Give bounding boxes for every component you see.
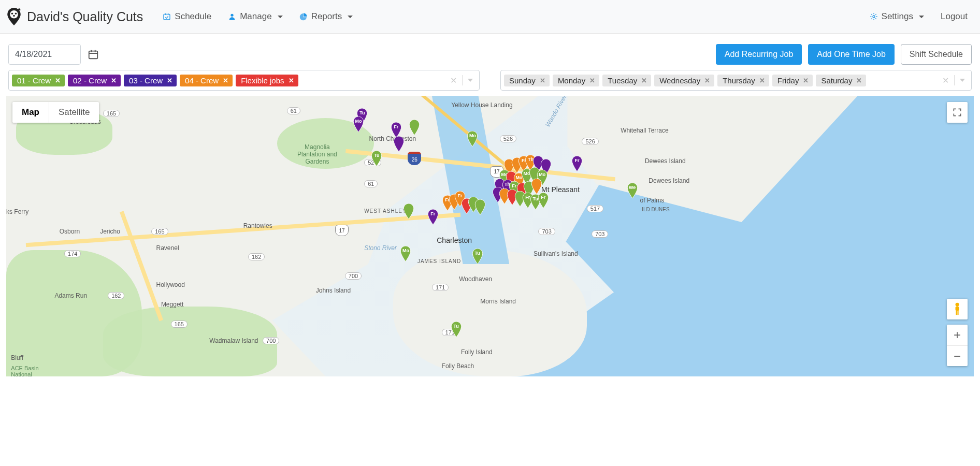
date-input[interactable] bbox=[8, 44, 81, 65]
tag-label: Friday bbox=[777, 76, 799, 85]
nav-reports[interactable]: Reports bbox=[292, 7, 361, 26]
tag-label: Wednesday bbox=[659, 76, 700, 85]
divider bbox=[954, 75, 955, 85]
day-tag[interactable]: Friday✕ bbox=[772, 75, 813, 86]
pie-chart-icon bbox=[299, 12, 308, 21]
day-tag[interactable]: Tuesday✕ bbox=[602, 75, 651, 86]
map-type-satellite-button[interactable]: Satellite bbox=[49, 102, 99, 123]
clear-icon[interactable]: ✕ bbox=[942, 76, 949, 85]
crew-tag[interactable]: 04 - Crew✕ bbox=[180, 75, 233, 86]
map-marker[interactable] bbox=[531, 179, 542, 194]
user-icon bbox=[228, 12, 236, 21]
map-marker[interactable]: Mo bbox=[400, 246, 411, 261]
map-marker[interactable]: Mo bbox=[467, 131, 478, 147]
remove-tag-icon[interactable]: ✕ bbox=[223, 77, 228, 84]
brand[interactable]: David's Quality Cuts bbox=[5, 8, 143, 25]
nav-settings[interactable]: Settings bbox=[862, 7, 931, 26]
map-marker[interactable]: Fr bbox=[538, 193, 549, 208]
remove-tag-icon[interactable]: ✕ bbox=[704, 77, 710, 84]
chevron-down-icon[interactable] bbox=[468, 79, 473, 82]
svg-rect-7 bbox=[89, 51, 98, 59]
map-marker[interactable]: Fr bbox=[571, 156, 583, 171]
map-marker[interactable] bbox=[474, 199, 486, 215]
shift-schedule-button[interactable]: Shift Schedule bbox=[901, 44, 972, 65]
nav-logout[interactable]: Logout bbox=[933, 7, 975, 26]
remove-tag-icon[interactable]: ✕ bbox=[167, 77, 172, 84]
nav-manage[interactable]: Manage bbox=[221, 7, 290, 26]
day-tag[interactable]: Thursday✕ bbox=[717, 75, 769, 86]
zoom-out-button[interactable]: − bbox=[947, 345, 968, 366]
nav-reports-label: Reports bbox=[311, 11, 342, 22]
remove-tag-icon[interactable]: ✕ bbox=[641, 77, 647, 84]
nav-logout-label: Logout bbox=[941, 11, 968, 22]
fullscreen-button[interactable] bbox=[947, 102, 968, 123]
nav-right: Settings Logout bbox=[862, 7, 975, 26]
day-filter-select[interactable]: Sunday✕Monday✕Tuesday✕Wednesday✕Thursday… bbox=[500, 70, 972, 91]
day-tag[interactable]: Saturday✕ bbox=[816, 75, 866, 86]
crew-filter-select[interactable]: 01 - Crew✕02 - Crew✕03 - Crew✕04 - Crew✕… bbox=[8, 70, 480, 91]
map-type-control: Map Satellite bbox=[12, 102, 99, 123]
tag-label: Sunday bbox=[509, 76, 536, 85]
remove-tag-icon[interactable]: ✕ bbox=[589, 77, 595, 84]
tag-label: Tuesday bbox=[608, 76, 637, 85]
pegman-control[interactable] bbox=[947, 299, 968, 319]
action-bar: Add Recurring Job Add One Time Job Shift… bbox=[0, 34, 980, 70]
map-marker[interactable]: Fr bbox=[427, 209, 439, 225]
zoom-in-button[interactable]: + bbox=[947, 325, 968, 345]
map-marker[interactable]: Tu bbox=[371, 151, 382, 166]
tag-label: Flexible jobs bbox=[241, 76, 284, 85]
logo-icon bbox=[5, 8, 23, 25]
remove-tag-icon[interactable]: ✕ bbox=[856, 77, 862, 84]
map-label: Wando River bbox=[544, 96, 569, 128]
remove-tag-icon[interactable]: ✕ bbox=[55, 77, 61, 84]
crew-tag[interactable]: Flexible jobs✕ bbox=[236, 75, 298, 86]
remove-tag-icon[interactable]: ✕ bbox=[759, 77, 765, 84]
map-marker[interactable]: Tu bbox=[472, 249, 483, 264]
clear-icon[interactable]: ✕ bbox=[450, 76, 457, 85]
day-tag[interactable]: Sunday✕ bbox=[504, 75, 550, 86]
navbar: David's Quality Cuts Schedule Manage Rep… bbox=[0, 0, 980, 34]
map-marker[interactable]: We bbox=[627, 183, 638, 198]
fullscreen-icon bbox=[952, 107, 962, 118]
map-marker[interactable] bbox=[409, 120, 420, 135]
svg-point-3 bbox=[13, 15, 15, 17]
add-onetime-job-button[interactable]: Add One Time Job bbox=[808, 44, 895, 65]
filter-row: 01 - Crew✕02 - Crew✕03 - Crew✕04 - Crew✕… bbox=[0, 70, 980, 96]
map[interactable]: Yellow House Landing North Charleston Ch… bbox=[6, 96, 974, 376]
remove-tag-icon[interactable]: ✕ bbox=[111, 77, 117, 84]
map-marker[interactable] bbox=[393, 136, 405, 152]
crew-tag[interactable]: 01 - Crew✕ bbox=[12, 75, 65, 86]
remove-tag-icon[interactable]: ✕ bbox=[803, 77, 809, 84]
map-canvas[interactable]: Yellow House Landing North Charleston Ch… bbox=[6, 96, 974, 376]
nav-schedule[interactable]: Schedule bbox=[155, 7, 219, 26]
svg-point-1 bbox=[11, 13, 13, 15]
svg-rect-11 bbox=[957, 311, 958, 315]
map-type-map-button[interactable]: Map bbox=[12, 102, 49, 123]
crew-tag[interactable]: 02 - Crew✕ bbox=[68, 75, 121, 86]
map-marker[interactable]: Mo bbox=[353, 116, 364, 132]
multiselect-controls: ✕ bbox=[942, 75, 969, 85]
add-recurring-job-button[interactable]: Add Recurring Job bbox=[716, 44, 802, 65]
action-buttons: Add Recurring Job Add One Time Job Shift… bbox=[716, 44, 972, 65]
chevron-down-icon[interactable] bbox=[960, 79, 965, 82]
caret-down-icon bbox=[278, 16, 283, 18]
remove-tag-icon[interactable]: ✕ bbox=[289, 77, 294, 84]
tag-label: 01 - Crew bbox=[17, 76, 51, 85]
gear-icon bbox=[870, 12, 878, 21]
map-label: Sullivan's Island bbox=[534, 250, 578, 257]
pegman-icon bbox=[953, 302, 962, 316]
map-marker[interactable]: Fr bbox=[391, 122, 402, 138]
calendar-picker-button[interactable] bbox=[87, 48, 99, 61]
calendar-check-icon bbox=[163, 12, 171, 21]
day-tag[interactable]: Monday✕ bbox=[553, 75, 599, 86]
divider bbox=[462, 75, 463, 85]
svg-rect-10 bbox=[956, 311, 957, 315]
svg-rect-4 bbox=[164, 14, 170, 20]
crew-tag[interactable]: 03 - Crew✕ bbox=[124, 75, 177, 86]
map-marker[interactable] bbox=[403, 203, 414, 219]
tag-label: Thursday bbox=[723, 76, 755, 85]
remove-tag-icon[interactable]: ✕ bbox=[540, 77, 545, 84]
day-tag[interactable]: Wednesday✕ bbox=[654, 75, 714, 86]
map-marker[interactable]: Tu bbox=[451, 322, 462, 337]
tag-label: 04 - Crew bbox=[185, 76, 219, 85]
